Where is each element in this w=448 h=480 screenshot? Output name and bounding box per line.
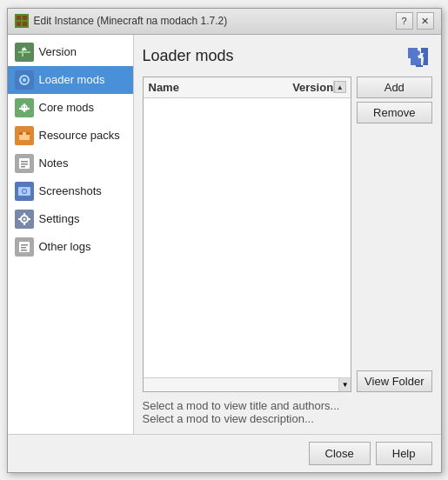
- add-button[interactable]: Add: [357, 77, 431, 98]
- side-btn-top: Add Remove: [357, 77, 431, 123]
- sidebar-item-resource-packs[interactable]: Resource packs: [8, 122, 133, 150]
- svg-rect-34: [18, 218, 21, 220]
- svg-point-28: [23, 190, 26, 193]
- close-window-button[interactable]: ✕: [417, 12, 434, 30]
- scroll-indicator-header: ▲: [333, 81, 345, 93]
- side-buttons: Add Remove View Folder: [357, 77, 431, 392]
- mod-table: Name Version ▲ ▼: [143, 77, 352, 392]
- svg-rect-24: [21, 166, 25, 168]
- resource-packs-icon: [15, 126, 34, 145]
- main-panel: Loader mods Name Version: [134, 35, 441, 434]
- svg-rect-39: [21, 247, 26, 249]
- scroll-up-btn[interactable]: ▲: [334, 81, 346, 93]
- info-line-2: Select a mod to view description...: [143, 412, 432, 425]
- sidebar-item-notes[interactable]: Notes: [8, 150, 133, 177]
- table-header: Name Version ▲: [144, 77, 351, 98]
- sidebar-item-other-logs[interactable]: Other logs: [8, 233, 133, 261]
- svg-rect-38: [21, 244, 28, 246]
- svg-rect-6: [18, 51, 30, 53]
- notes-icon: [15, 154, 34, 173]
- titlebar: Edit Instance (Minecraft na modach 1.7.2…: [8, 9, 441, 35]
- settings-icon: [15, 210, 34, 229]
- help-window-button[interactable]: ?: [396, 12, 413, 30]
- panel-header: Loader mods: [143, 43, 432, 70]
- svg-point-31: [23, 217, 25, 220]
- svg-rect-4: [23, 22, 27, 26]
- svg-point-11: [23, 78, 26, 82]
- content-area: Version Loader mods: [8, 35, 441, 434]
- info-line-1: Select a mod to view title and authors..…: [143, 399, 432, 412]
- svg-rect-1: [17, 16, 21, 20]
- sidebar-item-core-mods[interactable]: Core mods: [8, 94, 133, 122]
- col-name-header: Name: [149, 81, 273, 94]
- sidebar-item-settings[interactable]: Settings: [8, 205, 133, 233]
- footer: Close Help: [8, 434, 441, 472]
- titlebar-buttons: ? ✕: [396, 12, 434, 30]
- close-button[interactable]: Close: [309, 442, 371, 465]
- remove-button[interactable]: Remove: [357, 102, 431, 123]
- sidebar-label-settings: Settings: [39, 212, 80, 225]
- svg-rect-23: [21, 163, 28, 165]
- scroll-down-btn[interactable]: ▼: [338, 378, 351, 392]
- sidebar-label-screenshots: Screenshots: [39, 184, 102, 197]
- sidebar-label-resource-packs: Resource packs: [39, 129, 120, 142]
- screenshots-icon: [15, 182, 34, 201]
- mod-table-body[interactable]: [144, 98, 351, 377]
- svg-rect-19: [23, 132, 26, 135]
- sidebar-item-version[interactable]: Version: [8, 38, 133, 66]
- version-icon: [15, 43, 34, 62]
- help-button[interactable]: Help: [376, 442, 432, 465]
- svg-rect-40: [21, 250, 27, 251]
- main-window: Edit Instance (Minecraft na modach 1.7.2…: [7, 8, 442, 473]
- sidebar: Version Loader mods: [8, 35, 134, 434]
- svg-rect-32: [23, 213, 25, 216]
- app-icon: [15, 14, 29, 28]
- svg-rect-2: [23, 16, 27, 20]
- sidebar-item-screenshots[interactable]: Screenshots: [8, 177, 133, 205]
- core-mods-icon: [15, 98, 34, 117]
- sidebar-label-core-mods: Core mods: [39, 101, 95, 114]
- other-logs-icon: [15, 237, 34, 257]
- puzzle-icon: [406, 43, 432, 70]
- svg-rect-3: [17, 22, 21, 26]
- sidebar-label-version: Version: [39, 45, 77, 58]
- sidebar-item-loader-mods[interactable]: Loader mods: [8, 66, 133, 94]
- svg-rect-33: [23, 223, 25, 225]
- sidebar-label-other-logs: Other logs: [39, 240, 91, 253]
- svg-rect-35: [28, 218, 30, 220]
- panel-title: Loader mods: [143, 47, 234, 65]
- loader-mods-icon: [15, 70, 34, 90]
- sidebar-label-loader-mods: Loader mods: [39, 73, 105, 86]
- mod-list-area: Name Version ▲ ▼: [143, 77, 432, 392]
- info-section: Select a mod to view title and authors..…: [143, 399, 432, 425]
- col-version-header: Version: [272, 81, 333, 94]
- scroll-track-bottom: [144, 378, 339, 391]
- scroll-bottom: ▼: [144, 377, 351, 391]
- svg-rect-22: [21, 161, 28, 163]
- titlebar-left: Edit Instance (Minecraft na modach 1.7.2…: [15, 14, 228, 28]
- window-title: Edit Instance (Minecraft na modach 1.7.2…: [34, 15, 228, 27]
- view-folder-button[interactable]: View Folder: [357, 370, 431, 392]
- sidebar-label-notes: Notes: [39, 157, 69, 170]
